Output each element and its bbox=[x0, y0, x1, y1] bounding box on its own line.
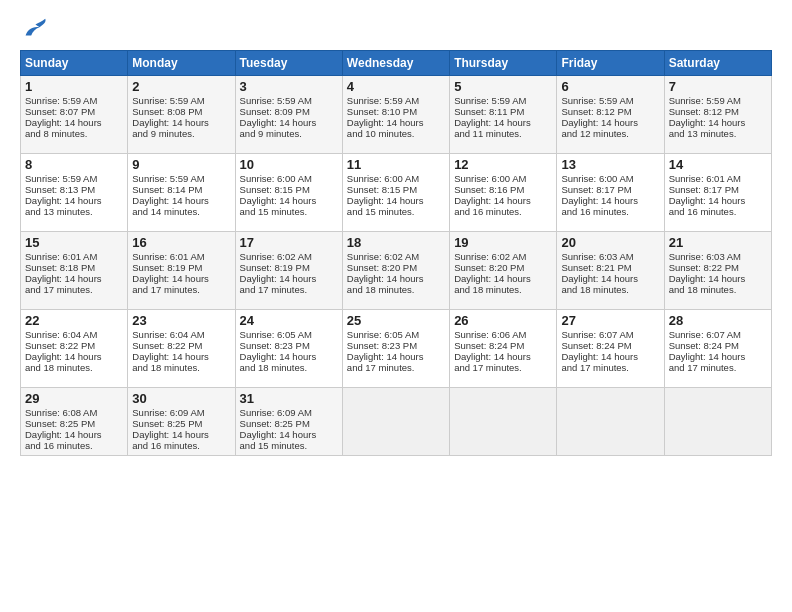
sunset-text: Sunset: 8:22 PM bbox=[25, 340, 95, 351]
day-number: 6 bbox=[561, 79, 659, 94]
day-number: 18 bbox=[347, 235, 445, 250]
calendar-cell: 20Sunrise: 6:03 AMSunset: 8:21 PMDayligh… bbox=[557, 232, 664, 310]
sunrise-text: Sunrise: 6:01 AM bbox=[25, 251, 97, 262]
calendar-cell bbox=[664, 388, 771, 456]
sunset-text: Sunset: 8:20 PM bbox=[347, 262, 417, 273]
calendar-week-row: 15Sunrise: 6:01 AMSunset: 8:18 PMDayligh… bbox=[21, 232, 772, 310]
col-header-tuesday: Tuesday bbox=[235, 51, 342, 76]
sunset-text: Sunset: 8:09 PM bbox=[240, 106, 310, 117]
day-number: 30 bbox=[132, 391, 230, 406]
sunset-text: Sunset: 8:08 PM bbox=[132, 106, 202, 117]
calendar-week-row: 29Sunrise: 6:08 AMSunset: 8:25 PMDayligh… bbox=[21, 388, 772, 456]
sunset-text: Sunset: 8:13 PM bbox=[25, 184, 95, 195]
header bbox=[20, 16, 772, 44]
day-number: 15 bbox=[25, 235, 123, 250]
daylight-label: Daylight: 14 hours bbox=[25, 195, 102, 206]
daylight-minutes: and 16 minutes. bbox=[669, 206, 737, 217]
calendar-header-row: SundayMondayTuesdayWednesdayThursdayFrid… bbox=[21, 51, 772, 76]
day-number: 28 bbox=[669, 313, 767, 328]
calendar-cell: 23Sunrise: 6:04 AMSunset: 8:22 PMDayligh… bbox=[128, 310, 235, 388]
sunset-text: Sunset: 8:07 PM bbox=[25, 106, 95, 117]
calendar-cell: 5Sunrise: 5:59 AMSunset: 8:11 PMDaylight… bbox=[450, 76, 557, 154]
daylight-label: Daylight: 14 hours bbox=[25, 273, 102, 284]
daylight-minutes: and 18 minutes. bbox=[132, 362, 200, 373]
calendar-cell: 4Sunrise: 5:59 AMSunset: 8:10 PMDaylight… bbox=[342, 76, 449, 154]
sunset-text: Sunset: 8:12 PM bbox=[561, 106, 631, 117]
sunrise-text: Sunrise: 6:00 AM bbox=[347, 173, 419, 184]
daylight-label: Daylight: 14 hours bbox=[347, 351, 424, 362]
calendar-cell: 8Sunrise: 5:59 AMSunset: 8:13 PMDaylight… bbox=[21, 154, 128, 232]
calendar-cell: 19Sunrise: 6:02 AMSunset: 8:20 PMDayligh… bbox=[450, 232, 557, 310]
sunrise-text: Sunrise: 6:08 AM bbox=[25, 407, 97, 418]
sunrise-text: Sunrise: 5:59 AM bbox=[132, 173, 204, 184]
day-number: 27 bbox=[561, 313, 659, 328]
daylight-label: Daylight: 14 hours bbox=[561, 195, 638, 206]
day-number: 29 bbox=[25, 391, 123, 406]
daylight-label: Daylight: 14 hours bbox=[132, 429, 209, 440]
sunset-text: Sunset: 8:16 PM bbox=[454, 184, 524, 195]
calendar-cell: 14Sunrise: 6:01 AMSunset: 8:17 PMDayligh… bbox=[664, 154, 771, 232]
sunrise-text: Sunrise: 5:59 AM bbox=[454, 95, 526, 106]
calendar-table: SundayMondayTuesdayWednesdayThursdayFrid… bbox=[20, 50, 772, 456]
day-number: 22 bbox=[25, 313, 123, 328]
sunset-text: Sunset: 8:25 PM bbox=[240, 418, 310, 429]
day-number: 5 bbox=[454, 79, 552, 94]
logo bbox=[20, 16, 52, 44]
sunset-text: Sunset: 8:17 PM bbox=[669, 184, 739, 195]
daylight-minutes: and 13 minutes. bbox=[669, 128, 737, 139]
calendar-cell: 13Sunrise: 6:00 AMSunset: 8:17 PMDayligh… bbox=[557, 154, 664, 232]
daylight-minutes: and 15 minutes. bbox=[240, 206, 308, 217]
sunset-text: Sunset: 8:18 PM bbox=[25, 262, 95, 273]
calendar-cell: 25Sunrise: 6:05 AMSunset: 8:23 PMDayligh… bbox=[342, 310, 449, 388]
daylight-label: Daylight: 14 hours bbox=[240, 429, 317, 440]
daylight-minutes: and 17 minutes. bbox=[669, 362, 737, 373]
daylight-minutes: and 12 minutes. bbox=[561, 128, 629, 139]
sunrise-text: Sunrise: 5:59 AM bbox=[561, 95, 633, 106]
day-number: 11 bbox=[347, 157, 445, 172]
day-number: 20 bbox=[561, 235, 659, 250]
sunset-text: Sunset: 8:20 PM bbox=[454, 262, 524, 273]
daylight-minutes: and 17 minutes. bbox=[561, 362, 629, 373]
sunset-text: Sunset: 8:17 PM bbox=[561, 184, 631, 195]
day-number: 9 bbox=[132, 157, 230, 172]
calendar-cell: 22Sunrise: 6:04 AMSunset: 8:22 PMDayligh… bbox=[21, 310, 128, 388]
calendar-cell: 17Sunrise: 6:02 AMSunset: 8:19 PMDayligh… bbox=[235, 232, 342, 310]
calendar-cell: 3Sunrise: 5:59 AMSunset: 8:09 PMDaylight… bbox=[235, 76, 342, 154]
sunrise-text: Sunrise: 5:59 AM bbox=[25, 95, 97, 106]
calendar-cell: 24Sunrise: 6:05 AMSunset: 8:23 PMDayligh… bbox=[235, 310, 342, 388]
sunrise-text: Sunrise: 6:04 AM bbox=[25, 329, 97, 340]
sunrise-text: Sunrise: 6:05 AM bbox=[240, 329, 312, 340]
day-number: 3 bbox=[240, 79, 338, 94]
calendar-cell: 11Sunrise: 6:00 AMSunset: 8:15 PMDayligh… bbox=[342, 154, 449, 232]
daylight-label: Daylight: 14 hours bbox=[240, 117, 317, 128]
calendar-cell: 21Sunrise: 6:03 AMSunset: 8:22 PMDayligh… bbox=[664, 232, 771, 310]
daylight-label: Daylight: 14 hours bbox=[669, 117, 746, 128]
sunset-text: Sunset: 8:11 PM bbox=[454, 106, 524, 117]
col-header-sunday: Sunday bbox=[21, 51, 128, 76]
day-number: 24 bbox=[240, 313, 338, 328]
day-number: 8 bbox=[25, 157, 123, 172]
calendar-cell: 1Sunrise: 5:59 AMSunset: 8:07 PMDaylight… bbox=[21, 76, 128, 154]
daylight-label: Daylight: 14 hours bbox=[347, 195, 424, 206]
calendar-cell: 2Sunrise: 5:59 AMSunset: 8:08 PMDaylight… bbox=[128, 76, 235, 154]
day-number: 17 bbox=[240, 235, 338, 250]
daylight-minutes: and 18 minutes. bbox=[25, 362, 93, 373]
day-number: 14 bbox=[669, 157, 767, 172]
page: SundayMondayTuesdayWednesdayThursdayFrid… bbox=[0, 0, 792, 612]
day-number: 10 bbox=[240, 157, 338, 172]
daylight-minutes: and 17 minutes. bbox=[240, 284, 308, 295]
daylight-minutes: and 13 minutes. bbox=[25, 206, 93, 217]
sunrise-text: Sunrise: 6:04 AM bbox=[132, 329, 204, 340]
col-header-friday: Friday bbox=[557, 51, 664, 76]
calendar-week-row: 22Sunrise: 6:04 AMSunset: 8:22 PMDayligh… bbox=[21, 310, 772, 388]
calendar-cell: 26Sunrise: 6:06 AMSunset: 8:24 PMDayligh… bbox=[450, 310, 557, 388]
day-number: 23 bbox=[132, 313, 230, 328]
day-number: 12 bbox=[454, 157, 552, 172]
daylight-minutes: and 17 minutes. bbox=[25, 284, 93, 295]
daylight-label: Daylight: 14 hours bbox=[669, 195, 746, 206]
daylight-label: Daylight: 14 hours bbox=[132, 195, 209, 206]
daylight-minutes: and 9 minutes. bbox=[240, 128, 302, 139]
sunset-text: Sunset: 8:10 PM bbox=[347, 106, 417, 117]
sunrise-text: Sunrise: 6:09 AM bbox=[132, 407, 204, 418]
col-header-wednesday: Wednesday bbox=[342, 51, 449, 76]
